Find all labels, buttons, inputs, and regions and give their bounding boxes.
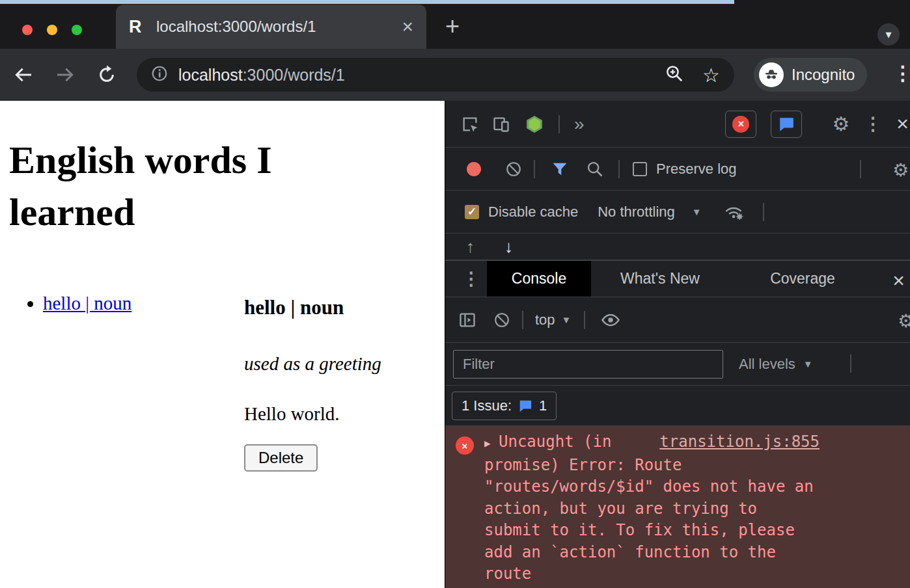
- close-window-button[interactable]: [22, 25, 33, 35]
- minimize-window-button[interactable]: [47, 25, 57, 35]
- issues-label: 1 Issue:: [462, 397, 512, 414]
- disable-cache-checkbox[interactable]: ✓: [465, 205, 479, 219]
- device-toolbar-icon[interactable]: [492, 115, 510, 133]
- url-text: localhost:3000/words/1: [178, 66, 345, 85]
- incognito-icon: [759, 62, 784, 87]
- context-dropdown-icon[interactable]: ▼: [562, 314, 572, 325]
- tab-console[interactable]: Console: [487, 261, 591, 297]
- console-error-entry: × transition.js:855▶Uncaught (in promise…: [445, 426, 910, 588]
- forward-button[interactable]: [53, 63, 77, 87]
- error-message-text: Uncaught (in promise) Error: Route "rout…: [484, 433, 814, 583]
- console-filter-row: All levels ▼: [445, 343, 910, 386]
- reload-button[interactable]: [95, 63, 118, 87]
- context-selector[interactable]: top: [535, 312, 555, 328]
- console-toolbar: top ▼ ⚙: [445, 297, 910, 343]
- devtools-main-toolbar: » × ⚙ ⋮ ×: [445, 101, 910, 148]
- browser-tab[interactable]: R localhost:3000/words/1 ×: [116, 5, 426, 49]
- drawer-close-icon[interactable]: ×: [892, 269, 905, 293]
- log-levels-select[interactable]: All levels: [739, 356, 795, 373]
- site-info-icon[interactable]: [151, 65, 168, 85]
- web-page: English words I learned hello | noun hel…: [0, 101, 445, 588]
- back-button[interactable]: [12, 63, 35, 87]
- throttling-select[interactable]: No throttling: [598, 204, 675, 220]
- issues-count: 1: [539, 397, 547, 414]
- tab-search-button[interactable]: ▾: [877, 23, 900, 46]
- live-expression-eye-icon[interactable]: [601, 310, 620, 330]
- word-list: hello | noun: [18, 293, 131, 314]
- devtools-panel: » × ⚙ ⋮ ×: [445, 101, 910, 588]
- issues-row: 1 Issue: 1: [445, 386, 910, 426]
- traffic-lights: [22, 25, 82, 35]
- window-top-accent: [0, 0, 734, 4]
- network-conditions-icon[interactable]: [724, 204, 743, 220]
- issues-counter-button[interactable]: 1 Issue: 1: [452, 392, 557, 420]
- browser-window: R localhost:3000/words/1 × + ▾ localhost…: [0, 0, 910, 588]
- drawer-tab-bar: ⋮ Console What's New Coverage ×: [445, 260, 910, 297]
- filter-input[interactable]: [453, 350, 723, 379]
- chevron-down-icon: ▾: [885, 27, 891, 42]
- tab-coverage[interactable]: Coverage: [742, 261, 863, 297]
- browser-toolbar: localhost:3000/words/1 ☆ Incognito ⋮: [0, 49, 910, 101]
- word-detail: hello | noun used as a greeting Hello wo…: [244, 296, 381, 472]
- new-tab-button[interactable]: +: [445, 17, 460, 35]
- network-settings-icon[interactable]: ⚙: [892, 159, 909, 181]
- chat-bubble-icon: [778, 116, 795, 133]
- import-har-icon[interactable]: ↑: [466, 237, 475, 257]
- clear-network-icon[interactable]: [505, 161, 522, 178]
- throttling-dropdown-icon[interactable]: ▼: [692, 206, 702, 217]
- record-network-icon[interactable]: [461, 162, 487, 176]
- error-badge-icon: ×: [732, 116, 749, 133]
- export-har-icon[interactable]: ↓: [504, 237, 513, 257]
- page-title: English words I learned: [9, 135, 354, 239]
- expand-error-icon[interactable]: ▶: [484, 433, 499, 455]
- preserve-log-label: Preserve log: [656, 161, 737, 178]
- bookmark-star-icon[interactable]: ☆: [702, 64, 720, 87]
- clear-console-icon[interactable]: [493, 312, 510, 328]
- address-bar[interactable]: localhost:3000/words/1 ☆: [137, 58, 734, 92]
- more-tabs-icon[interactable]: »: [574, 114, 585, 135]
- remix-favicon-icon: R: [129, 17, 148, 37]
- incognito-badge: Incognito: [754, 58, 867, 92]
- network-conditions-row: ✓ Disable cache No throttling ▼: [445, 191, 910, 234]
- network-toolbar: Preserve log ⚙: [445, 148, 910, 191]
- word-detail-title: hello | noun: [244, 296, 381, 319]
- console-sidebar-icon[interactable]: [458, 311, 476, 329]
- drawer-menu-icon[interactable]: ⋮: [462, 268, 480, 289]
- devtools-close-icon[interactable]: ×: [896, 112, 909, 136]
- tab-close-icon[interactable]: ×: [402, 17, 413, 36]
- issue-chat-icon: [518, 399, 532, 413]
- browser-menu-icon[interactable]: ⋮: [893, 62, 910, 85]
- error-source-link[interactable]: transition.js:855: [659, 431, 820, 453]
- list-item: hello | noun: [43, 293, 131, 314]
- node-icon[interactable]: [525, 114, 544, 134]
- preserve-log-checkbox[interactable]: [633, 162, 647, 176]
- fullscreen-window-button[interactable]: [72, 25, 82, 35]
- tab-title: localhost:3000/words/1: [156, 18, 402, 36]
- console-error-message: transition.js:855▶Uncaught (in promise) …: [484, 431, 820, 585]
- delete-button[interactable]: Delete: [244, 444, 318, 472]
- word-link[interactable]: hello | noun: [43, 293, 131, 314]
- tab-whats-new[interactable]: What's New: [591, 261, 729, 297]
- tab-strip: R localhost:3000/words/1 × + ▾: [0, 0, 910, 49]
- incognito-label: Incognito: [792, 66, 855, 84]
- issues-notification-button[interactable]: [771, 111, 802, 138]
- filter-icon[interactable]: [551, 160, 569, 178]
- devtools-settings-icon[interactable]: ⚙: [832, 113, 849, 135]
- inspect-element-icon[interactable]: [461, 115, 479, 133]
- console-settings-icon[interactable]: ⚙: [898, 310, 910, 332]
- devtools-menu-icon[interactable]: ⋮: [864, 113, 882, 135]
- error-icon: ×: [456, 436, 474, 455]
- har-row: ↑ ↓: [445, 234, 910, 260]
- levels-dropdown-icon[interactable]: ▼: [803, 358, 813, 369]
- search-icon[interactable]: [586, 160, 604, 178]
- error-notification-button[interactable]: ×: [725, 111, 756, 138]
- word-definition: used as a greeting: [244, 353, 381, 375]
- zoom-icon[interactable]: [665, 64, 684, 86]
- word-example: Hello world.: [244, 403, 381, 425]
- disable-cache-label: Disable cache: [488, 204, 578, 220]
